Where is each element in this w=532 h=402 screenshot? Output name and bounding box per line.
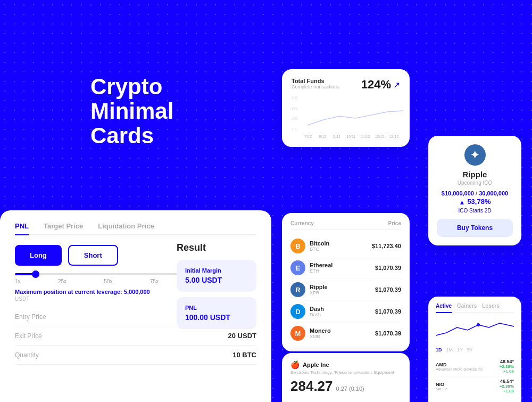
total-funds-subtitle: Complete transactions [292, 84, 339, 89]
hero-line1: Crypto [90, 74, 162, 99]
stock-card: 🍎 Apple Inc Electronic Technology: Telec… [282, 353, 410, 402]
total-funds-percent-group: 124% ↗ [361, 78, 400, 92]
currency-icon: B [290, 239, 305, 253]
currency-price: $11,723.40 [372, 243, 401, 249]
ripple-funding: $10,000,000 / 30,000,000 [437, 190, 513, 196]
currency-price: $1,070.39 [375, 330, 401, 337]
tab-pnl[interactable]: PNL [15, 222, 29, 235]
currency-symbol: XMR [310, 334, 375, 339]
currency-row[interactable]: D Dash Dash $1,070.39 [290, 301, 401, 323]
result-panel: Result Initial Margin 5.00 USDT PNL 100.… [177, 242, 256, 334]
currency-name: Ethereal [310, 262, 375, 268]
quantity-row: Quantity 10 BTC [15, 346, 256, 365]
bar-chart-area: 7/12 8/12 9/12 10/11 11/12 12/12 13/12 [302, 96, 400, 138]
currency-info: Bitcoin BTC [310, 240, 372, 252]
market-row[interactable]: AMD Advanced Micro Devices Inc 48.54° +2… [436, 357, 514, 376]
market-row-values: 46.54° +2.38% +1.08 [500, 379, 514, 393]
pnl-box: PNL 100.00 USDT [177, 297, 256, 329]
currency-table-header: Currency Price [290, 220, 401, 230]
main-layout: Crypto Minimal Cards PNL Target Price Li… [0, 0, 532, 402]
initial-margin-label: Initial Margin [185, 267, 248, 274]
currency-row[interactable]: E Ethereal ETH $1,070.39 [290, 257, 401, 279]
market-row-info: NIO Nio Inc [436, 382, 447, 391]
stock-price-row: 284.27 0.27 (0.10) [290, 378, 401, 395]
currency-symbol: XPR [310, 290, 375, 296]
slider-label-1x: 1x [15, 278, 21, 284]
result-title: Result [177, 242, 256, 253]
stock-header: 🍎 Apple Inc [290, 360, 401, 369]
slider-fill [15, 273, 34, 275]
svg-point-0 [477, 323, 480, 326]
market-row-info: AMD Advanced Micro Devices Inc [436, 362, 483, 371]
ripple-growth-percent: 53,78% [467, 198, 491, 206]
time-tab-1m[interactable]: 1M [446, 347, 453, 352]
total-funds-percent: 124% [361, 78, 391, 92]
currency-row[interactable]: M Monero XMR $1,070.39 [290, 323, 401, 344]
currency-price: $1,070.39 [375, 286, 401, 293]
market-ticker: NIO [436, 382, 447, 387]
stock-price: 284.27 [290, 378, 333, 395]
entry-price-label: Entry Price [15, 313, 46, 321]
pnl-card: PNL Target Price Liquidation Price Long … [0, 210, 271, 402]
currency-col1: Currency [290, 220, 314, 226]
market-amount: +1.08 [500, 389, 514, 393]
ripple-ico-start: ICO Starts 2D [437, 208, 513, 214]
apple-icon: 🍎 [290, 360, 300, 369]
market-fullname: Advanced Micro Devices Inc [436, 367, 483, 371]
pnl-tabs: PNL Target Price Liquidation Price [15, 222, 256, 235]
time-tab-5y[interactable]: 5Y [467, 347, 473, 352]
time-tab-1y[interactable]: 1Y [457, 347, 463, 352]
stock-description: Electronic Technology: Telecommunication… [290, 370, 401, 375]
quantity-value[interactable]: 10 BTC [232, 351, 256, 359]
hero-section: Crypto Minimal Cards [90, 75, 173, 149]
tab-gainers[interactable]: Gainers [457, 303, 477, 309]
line-chart [302, 96, 400, 138]
currency-rows: B Bitcoin BTC $11,723.40 E Ethereal ETH … [290, 235, 401, 344]
currency-symbol: Dash [310, 312, 375, 317]
currency-row[interactable]: R Ripple XPR $1,070.39 [290, 279, 401, 301]
market-fullname: Nio Inc [436, 387, 447, 391]
currency-name: Monero [310, 327, 375, 334]
short-button[interactable]: Short [68, 245, 118, 266]
max-position-value: 5,000,000 [124, 289, 150, 295]
hero-line3: Cards [90, 123, 154, 148]
slider-label-25x: 25x [58, 278, 66, 284]
tab-liquidation-price[interactable]: Liquidation Price [98, 222, 154, 235]
tab-losers[interactable]: Losers [482, 303, 500, 309]
currency-info: Ethereal ETH [310, 262, 375, 274]
market-stock-rows: AMD Advanced Micro Devices Inc 48.54° +2… [436, 357, 514, 396]
y-axis: 400 300 200 100 [292, 96, 302, 131]
long-button[interactable]: Long [15, 245, 62, 266]
mini-chart [436, 317, 514, 343]
tab-target-price[interactable]: Target Price [44, 222, 83, 235]
hero-line2: Minimal [90, 99, 173, 124]
initial-margin-value: 5.00 USDT [185, 276, 248, 284]
ripple-growth-row: ▲ 53,78% [437, 198, 513, 207]
currency-icon: E [290, 260, 305, 275]
stock-change: 0.27 (0.10) [336, 385, 364, 392]
currency-col2: Price [388, 220, 401, 226]
ripple-icon: ✦ [464, 144, 486, 166]
ripple-name: Ripple [437, 170, 513, 179]
currency-name: Bitcoin [310, 240, 372, 247]
currency-info: Monero XMR [310, 327, 375, 339]
market-price: 48.54° [500, 359, 514, 364]
currency-card: Currency Price B Bitcoin BTC $11,723.40 … [282, 213, 410, 351]
currency-symbol: BTC [310, 247, 372, 252]
chart-container: 400 300 200 100 7/12 8/12 9/12 10/11 11/… [292, 96, 400, 138]
currency-name: Dash [310, 306, 375, 312]
market-row[interactable]: NIO Nio Inc 46.54° +2.38% +1.08 [436, 376, 514, 396]
currency-row[interactable]: B Bitcoin BTC $11,723.40 [290, 235, 401, 257]
time-tab-1d[interactable]: 1D [436, 347, 442, 352]
tab-active[interactable]: Active [436, 303, 452, 313]
buy-tokens-button[interactable]: Buy Tokens [437, 219, 513, 237]
pnl-value: 100.00 USDT [185, 313, 248, 322]
slider-label-50x: 50x [104, 278, 112, 284]
ripple-ico-label: Upcoming ICO [437, 180, 513, 186]
market-tabs: Active Gainers Losers [436, 303, 514, 313]
currency-name: Ripple [310, 284, 375, 290]
market-change: +2.38% [500, 384, 514, 389]
slider-label-75x: 75x [150, 278, 159, 284]
arrow-up-icon: ▲ [459, 199, 466, 206]
initial-margin-box: Initial Margin 5.00 USDT [177, 260, 256, 292]
